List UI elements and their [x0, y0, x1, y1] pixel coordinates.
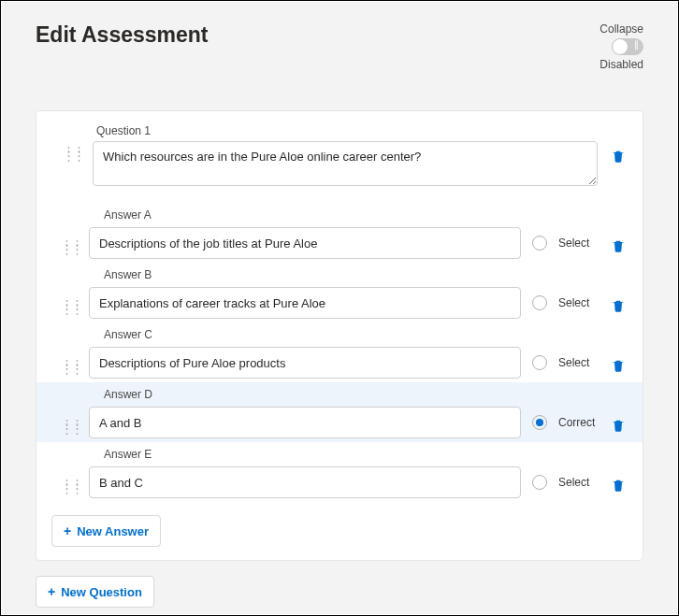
page-title: Edit Assessment: [36, 22, 209, 48]
drag-handle-icon[interactable]: ⋮⋮⋮⋮: [65, 294, 78, 311]
answer-row: ⋮⋮⋮⋮Correct: [36, 403, 643, 442]
plus-icon: +: [64, 523, 71, 538]
answer-row: ⋮⋮⋮⋮Select: [36, 463, 643, 502]
answer-label: Answer A: [36, 203, 643, 223]
answer-row: ⋮⋮⋮⋮Select: [36, 343, 643, 382]
answer-input[interactable]: [89, 407, 521, 438]
answer-label: Answer D: [36, 382, 643, 403]
answer-radio[interactable]: [532, 475, 547, 490]
answer-select-label: Select: [558, 236, 600, 250]
answer-input[interactable]: [89, 347, 521, 379]
answer-input[interactable]: [89, 287, 521, 319]
new-question-label: New Question: [61, 585, 142, 599]
toggle-knob: [613, 39, 628, 54]
new-answer-button[interactable]: + New Answer: [51, 515, 161, 547]
drag-handle-icon[interactable]: ⋮⋮⋮⋮: [65, 235, 78, 251]
delete-question-icon[interactable]: [611, 149, 628, 165]
collapse-toggle[interactable]: [612, 38, 643, 55]
collapse-label: Collapse: [600, 22, 643, 36]
answer-radio[interactable]: [532, 295, 547, 310]
answer-select-label: Select: [558, 356, 600, 369]
answer-label: Answer C: [36, 322, 643, 343]
answer-select-label: Select: [558, 296, 600, 309]
drag-handle-icon[interactable]: ⋮⋮⋮⋮: [66, 141, 79, 158]
answer-select-label: Correct: [558, 416, 600, 429]
new-question-button[interactable]: + New Question: [36, 576, 154, 608]
answer-radio[interactable]: [532, 355, 547, 370]
answer-input[interactable]: [89, 466, 521, 498]
question-label: Question 1: [96, 124, 628, 137]
delete-answer-icon[interactable]: [611, 238, 628, 255]
question-card: Question 1 ⋮⋮⋮⋮ Answer A⋮⋮⋮⋮SelectAnswer…: [36, 110, 643, 561]
answer-input[interactable]: [89, 227, 521, 259]
new-answer-label: New Answer: [77, 524, 149, 538]
answer-row: ⋮⋮⋮⋮Select: [36, 283, 643, 322]
answer-row: ⋮⋮⋮⋮Select: [36, 223, 643, 263]
answer-select-label: Select: [558, 476, 600, 489]
answer-label: Answer B: [36, 263, 643, 283]
delete-answer-icon[interactable]: [611, 298, 628, 315]
plus-icon: +: [48, 584, 55, 599]
drag-handle-icon[interactable]: ⋮⋮⋮⋮: [65, 414, 78, 431]
answer-radio[interactable]: [532, 236, 547, 251]
drag-handle-icon[interactable]: ⋮⋮⋮⋮: [65, 354, 78, 371]
delete-answer-icon[interactable]: [611, 478, 628, 494]
delete-answer-icon[interactable]: [611, 358, 628, 375]
collapse-state: Disabled: [600, 58, 643, 71]
question-textarea[interactable]: [93, 141, 598, 186]
drag-handle-icon[interactable]: ⋮⋮⋮⋮: [65, 474, 78, 491]
delete-answer-icon[interactable]: [611, 418, 628, 435]
answer-label: Answer E: [36, 442, 643, 463]
answer-radio[interactable]: [532, 415, 547, 430]
